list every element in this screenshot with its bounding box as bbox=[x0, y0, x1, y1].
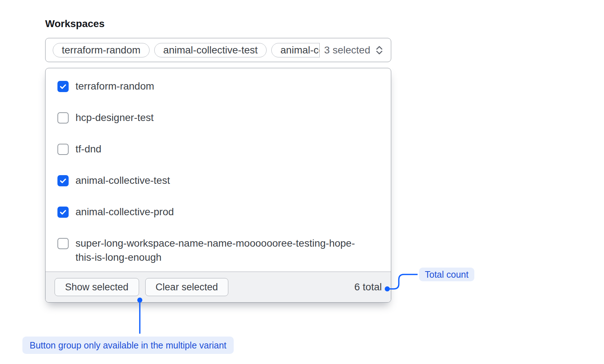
options-list: terraform-random hcp-designer-test tf-dn… bbox=[46, 68, 391, 273]
listbox-option[interactable]: hcp-designer-test bbox=[46, 102, 391, 133]
listbox-option[interactable]: terraform-random bbox=[46, 70, 391, 102]
selected-tag: animal-collective-test bbox=[154, 43, 267, 57]
button-group-annotation: Button group only available in the multi… bbox=[22, 337, 234, 354]
total-count-text: 6 total bbox=[354, 281, 382, 293]
option-checkbox[interactable] bbox=[57, 144, 69, 155]
listbox-panel: terraform-random hcp-designer-test tf-dn… bbox=[45, 68, 391, 303]
selected-count-label: 3 selected bbox=[324, 44, 370, 56]
check-icon bbox=[59, 82, 67, 91]
selected-tag: animal-collective-prod bbox=[271, 43, 320, 57]
option-checkbox[interactable] bbox=[57, 238, 69, 249]
option-checkbox[interactable] bbox=[57, 81, 69, 92]
clear-selected-button[interactable]: Clear selected bbox=[145, 278, 229, 296]
check-icon bbox=[59, 177, 67, 185]
option-checkbox[interactable] bbox=[57, 207, 69, 218]
selected-tag-clipped-wrap: animal-collective-prod bbox=[271, 43, 320, 57]
total-count-annotation: Total count bbox=[419, 268, 474, 281]
multiselect-trigger[interactable]: terraform-randomanimal-collective-testan… bbox=[45, 38, 391, 62]
option-label: animal-collective-test bbox=[76, 173, 170, 187]
option-label: animal-collective-prod bbox=[76, 205, 174, 219]
selected-tags: terraform-randomanimal-collective-testan… bbox=[53, 43, 319, 57]
listbox-footer: Show selected Clear selected 6 total bbox=[46, 272, 391, 302]
listbox-option[interactable]: tf-dnd bbox=[46, 133, 391, 165]
option-checkbox[interactable] bbox=[57, 175, 69, 186]
listbox-option[interactable]: animal-collective-test bbox=[46, 165, 391, 196]
total-count-connector-line bbox=[387, 274, 418, 289]
show-selected-button[interactable]: Show selected bbox=[55, 278, 139, 296]
option-label: terraform-random bbox=[76, 79, 154, 93]
option-label: hcp-designer-test bbox=[76, 110, 154, 125]
option-checkbox[interactable] bbox=[57, 112, 69, 124]
option-label: tf-dnd bbox=[76, 142, 102, 156]
selected-tag: terraform-random bbox=[53, 43, 150, 57]
check-icon bbox=[59, 208, 67, 216]
unfold-carets-icon[interactable] bbox=[375, 44, 384, 56]
listbox-option[interactable]: animal-collective-prod bbox=[46, 196, 391, 228]
field-label: Workspaces bbox=[45, 18, 104, 30]
listbox-option[interactable]: super-long-workspace-name-name-moooooore… bbox=[46, 228, 391, 273]
option-label: super-long-workspace-name-name-moooooore… bbox=[76, 236, 361, 264]
super-select-multiple-demo: Workspaces terraform-randomanimal-collec… bbox=[0, 0, 604, 364]
